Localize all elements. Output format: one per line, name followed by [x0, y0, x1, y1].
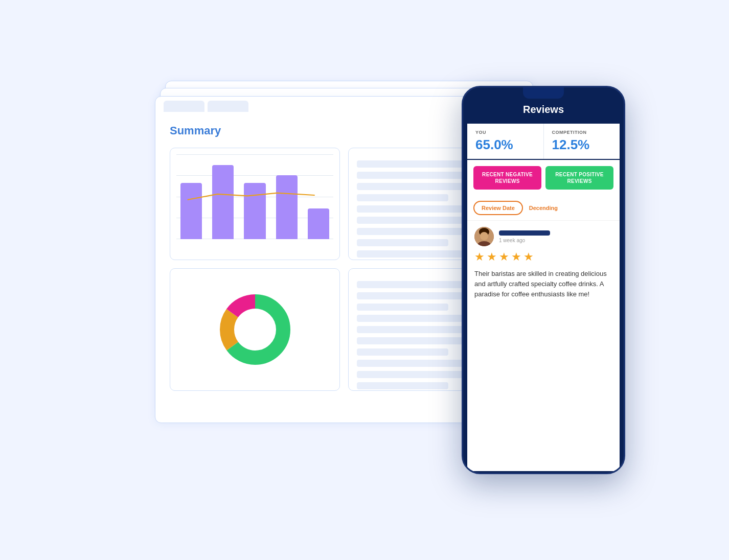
stripe — [357, 292, 479, 299]
star-3: ★ — [499, 250, 509, 264]
phone-content: YOU 65.0% COMPETITION 12.5% RECENT NEGAT… — [467, 124, 620, 471]
phone-title: Reviews — [523, 104, 564, 115]
sort-row: Review Date Decending — [467, 196, 620, 221]
toggle-row: RECENT NEGATIVE REVIEWS RECENT POSITIVE … — [467, 160, 620, 196]
browser-tab-2[interactable] — [208, 101, 248, 112]
reviewer-row: 1 week ago — [474, 227, 612, 246]
phone-notch — [523, 87, 564, 99]
review-item: 1 week ago ★ ★ ★ ★ ★ Their baristas are … — [467, 221, 620, 306]
star-1: ★ — [474, 250, 485, 264]
svg-point-6 — [480, 232, 488, 240]
sort-order-label: Decending — [529, 205, 558, 211]
negative-reviews-button[interactable]: RECENT NEGATIVE REVIEWS — [473, 166, 541, 190]
trend-line-svg — [180, 168, 329, 239]
bar-chart-card — [170, 148, 340, 260]
stripe — [357, 382, 448, 389]
browser-tab-1[interactable] — [164, 101, 204, 112]
stripe — [357, 360, 479, 367]
reviewer-time: 1 week ago — [499, 238, 612, 243]
competition-stat-box: COMPETITION 12.5% — [544, 124, 620, 159]
stripe — [357, 172, 479, 179]
phone-header: Reviews — [463, 99, 624, 124]
stripe — [357, 348, 448, 356]
donut-wrapper — [214, 289, 296, 370]
reviewer-info: 1 week ago — [499, 230, 612, 243]
stripe — [357, 205, 479, 213]
competition-value: 12.5% — [552, 137, 612, 153]
stripe — [357, 304, 448, 311]
competition-label: COMPETITION — [552, 130, 612, 135]
star-4: ★ — [511, 250, 521, 264]
donut-svg — [214, 289, 296, 370]
star-2: ★ — [487, 250, 497, 264]
you-stat-box: YOU 65.0% — [467, 124, 544, 159]
browser-tab-3[interactable] — [252, 101, 292, 112]
review-text: Their baristas are skilled in creating d… — [474, 269, 612, 299]
stars-row: ★ ★ ★ ★ ★ — [474, 250, 612, 264]
stripe — [357, 194, 448, 201]
stripe — [357, 239, 448, 246]
avatar-svg — [474, 227, 494, 246]
star-5: ★ — [523, 250, 534, 264]
reviewer-avatar — [474, 227, 494, 246]
chart-line — [176, 154, 333, 155]
donut-chart-card — [170, 268, 340, 391]
stripe — [357, 228, 479, 235]
sort-date-button[interactable]: Review Date — [473, 201, 523, 215]
svg-point-3 — [237, 311, 274, 348]
phone-overlay: Reviews YOU 65.0% COMPETITION 12.5% RECE… — [462, 86, 625, 474]
reviews-stats-row: YOU 65.0% COMPETITION 12.5% — [467, 124, 620, 160]
positive-reviews-button[interactable]: RECENT POSITIVE REVIEWS — [545, 166, 613, 190]
you-label: YOU — [475, 130, 535, 135]
reviewer-name-bar — [499, 230, 550, 236]
stripe — [357, 326, 479, 333]
you-value: 65.0% — [475, 137, 535, 153]
